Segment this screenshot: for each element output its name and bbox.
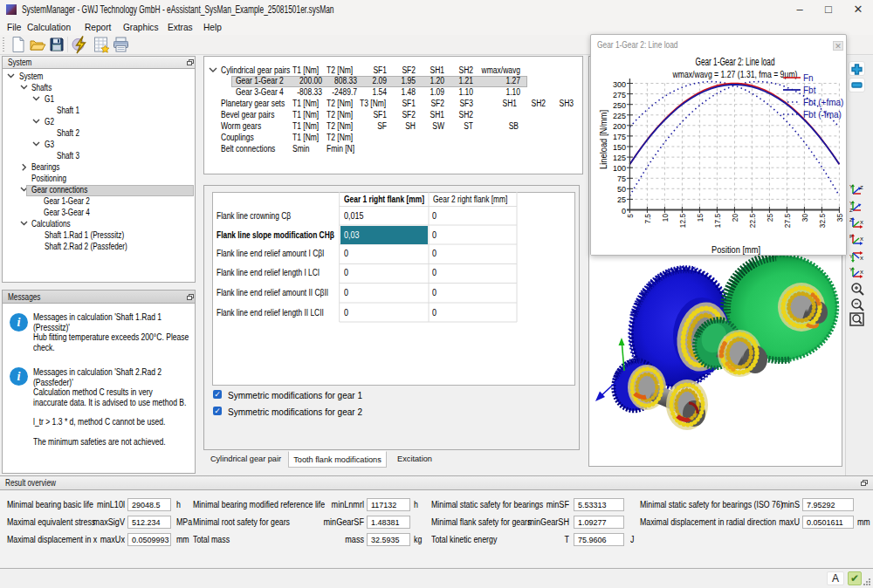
svg-text:5: 5 [626,214,635,218]
svg-text:200: 200 [613,122,626,131]
svg-text:7.5: 7.5 [643,214,652,224]
svg-text:30: 30 [801,214,809,222]
svg-text:17.5: 17.5 [713,214,722,229]
svg-text:F: F [849,234,853,239]
svg-text:12.5: 12.5 [678,214,687,229]
svg-text:25: 25 [766,214,774,222]
svg-text:Y: Y [849,267,853,272]
svg-text:25: 25 [617,195,626,204]
svg-text:0: 0 [622,207,626,215]
svg-text:Position [mm]: Position [mm] [711,244,760,255]
svg-text:Fbt (-fma): Fbt (-fma) [803,110,842,120]
svg-text:Y: Y [849,254,853,259]
svg-text:22.5: 22.5 [748,214,757,229]
svg-text:X: X [860,256,863,261]
svg-text:50: 50 [617,185,626,194]
svg-text:X: X [860,220,863,225]
svg-text:250: 250 [613,101,626,110]
svg-text:Fbt: Fbt [803,85,816,95]
svg-text:20: 20 [731,214,739,222]
svg-text:Fn: Fn [803,73,814,83]
svg-text:X: X [860,236,863,242]
svg-text:125: 125 [613,154,626,162]
svg-text:32.5: 32.5 [818,214,827,229]
svg-text:10: 10 [661,214,670,222]
svg-text:Z: Z [849,208,853,213]
svg-text:150: 150 [613,143,626,152]
svg-text:Lineload [N/mm]: Lineload [N/mm] [598,110,608,169]
svg-text:35: 35 [835,214,844,222]
svg-text:Z: Z [860,185,863,190]
svg-text:wmax/wavg = 1.27 (1.31, fma =: wmax/wavg = 1.27 (1.31, fma = 9µm) [672,69,798,79]
svg-text:Fbt (+fma): Fbt (+fma) [803,98,843,107]
svg-text:Y: Y [849,201,853,206]
svg-text:300: 300 [613,80,626,89]
svg-text:27.5: 27.5 [783,214,792,229]
svg-text:Y: Y [849,184,853,189]
svg-text:175: 175 [613,133,626,141]
svg-text:100: 100 [613,164,626,173]
svg-text:15: 15 [696,214,705,222]
svg-text:225: 225 [613,112,626,120]
svg-text:75: 75 [617,174,626,183]
svg-text:X: X [860,270,863,275]
svg-text:275: 275 [613,91,626,99]
svg-text:Z: Z [849,217,853,222]
svg-text:Gear 1-Gear 2: Line load: Gear 1-Gear 2: Line load [696,56,775,68]
